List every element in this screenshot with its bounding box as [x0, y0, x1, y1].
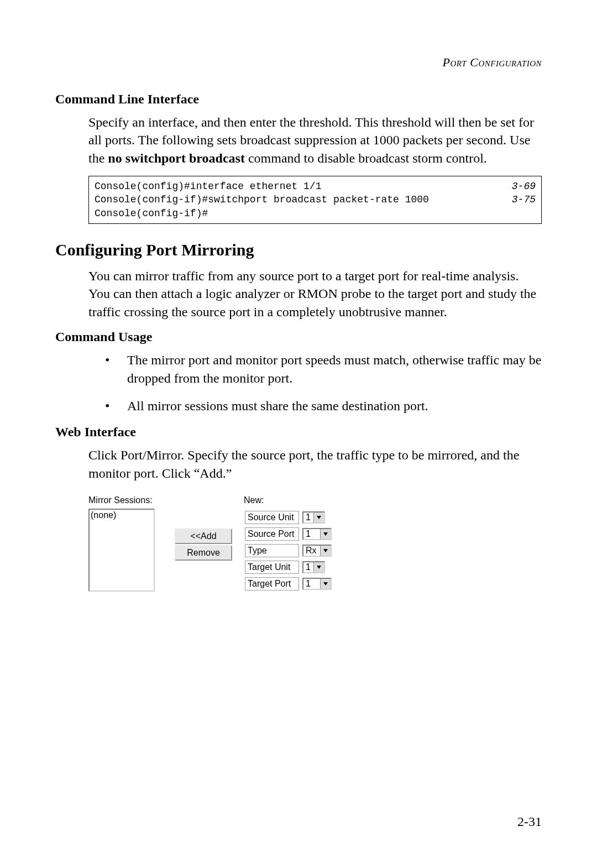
row-target-unit: Target Unit 1	[245, 560, 334, 575]
chevron-down-icon[interactable]	[320, 529, 331, 539]
target-unit-label: Target Unit	[245, 561, 299, 574]
code-line-3: Console(config-if)#	[95, 207, 536, 220]
code-cmd: Console(config)#interface ethernet 1/1	[95, 180, 321, 193]
target-port-label: Target Port	[245, 577, 299, 590]
mirroring-paragraph: You can mirror traffic from any source p…	[88, 267, 542, 321]
svg-marker-1	[323, 532, 328, 536]
svg-marker-4	[323, 582, 328, 585]
source-port-value: 1	[303, 529, 320, 539]
target-port-value: 1	[303, 579, 320, 589]
code-cmd: Console(config-if)#	[95, 207, 208, 220]
row-target-port: Target Port 1	[245, 576, 334, 592]
mirror-sessions-label: Mirror Sessions:	[88, 495, 163, 505]
running-head: Port Configuration	[55, 55, 542, 70]
web-paragraph: Click Port/Mirror. Specify the source po…	[88, 446, 542, 482]
list-item: All mirror sessions must share the same …	[105, 397, 542, 415]
new-label: New:	[244, 495, 335, 505]
chevron-down-icon[interactable]	[313, 513, 324, 522]
chevron-down-icon[interactable]	[313, 562, 324, 572]
cli-para-post: command to disable broadcast storm contr…	[245, 151, 487, 165]
source-unit-select[interactable]: 1	[302, 511, 325, 524]
type-label: Type	[245, 544, 299, 557]
row-source-unit: Source Unit 1	[245, 510, 334, 525]
list-item: The mirror port and monitor port speeds …	[105, 351, 542, 387]
chevron-down-icon[interactable]	[320, 546, 331, 556]
remove-button[interactable]: Remove	[175, 545, 232, 561]
type-select[interactable]: Rx	[302, 545, 332, 557]
svg-marker-2	[323, 549, 328, 552]
target-unit-select[interactable]: 1	[302, 561, 325, 573]
source-port-select[interactable]: 1	[302, 528, 332, 540]
heading-web-interface: Web Interface	[55, 425, 542, 440]
source-unit-value: 1	[303, 513, 313, 522]
svg-marker-0	[317, 516, 321, 519]
code-line-2: Console(config-if)#switchport broadcast …	[95, 193, 536, 206]
code-line-1: Console(config)#interface ethernet 1/1 3…	[95, 180, 536, 193]
target-port-select[interactable]: 1	[302, 578, 332, 590]
svg-marker-3	[317, 566, 321, 569]
page-number: 2-31	[517, 814, 542, 829]
row-source-port: Source Port 1	[245, 526, 334, 542]
code-ref: 3-69	[512, 180, 536, 193]
row-type: Type Rx	[245, 543, 334, 558]
new-fields-table: Source Unit 1 Source Port 1	[244, 509, 335, 593]
heading-cli: Command Line Interface	[55, 92, 542, 107]
cli-paragraph: Specify an interface, and then enter the…	[88, 113, 542, 167]
source-port-label: Source Port	[245, 527, 299, 541]
target-unit-value: 1	[303, 562, 313, 572]
mirror-sessions-value: (none)	[91, 510, 116, 520]
code-block: Console(config)#interface ethernet 1/1 3…	[88, 176, 542, 224]
add-button[interactable]: <<Add	[175, 529, 232, 544]
code-cmd: Console(config-if)#switchport broadcast …	[95, 193, 429, 206]
heading-command-usage: Command Usage	[55, 330, 542, 344]
cli-para-bold: no switchport broadcast	[108, 151, 245, 165]
type-value: Rx	[303, 546, 320, 556]
usage-bullets: The mirror port and monitor port speeds …	[105, 351, 542, 415]
heading-mirroring: Configuring Port Mirroring	[55, 240, 542, 259]
mirror-ui-figure: Mirror Sessions: (none) <<Add Remove New…	[88, 495, 542, 593]
chevron-down-icon[interactable]	[320, 579, 331, 589]
mirror-sessions-listbox[interactable]: (none)	[88, 509, 155, 592]
source-unit-label: Source Unit	[245, 511, 299, 524]
code-ref: 3-75	[512, 193, 536, 206]
